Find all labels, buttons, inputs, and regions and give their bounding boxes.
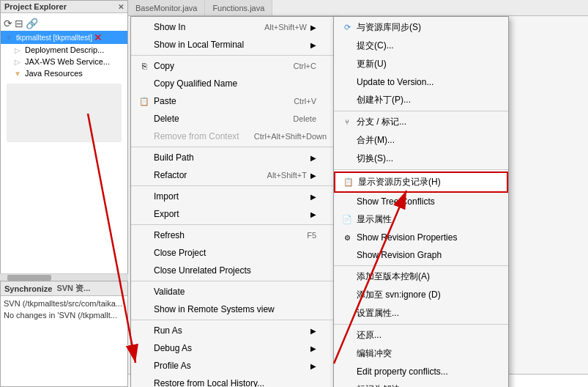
menu-paste[interactable]: 📋 Paste Ctrl+V bbox=[131, 92, 335, 110]
submenu-add-ignore[interactable]: 添加至 svn:ignore (D) bbox=[334, 286, 508, 304]
sync-svn-icon: ⟳ bbox=[341, 22, 353, 34]
mark-resolved-icon bbox=[341, 384, 353, 388]
remote-icon bbox=[138, 303, 150, 315]
separator-3 bbox=[131, 185, 335, 186]
menu-run-as[interactable]: Run As ▶ bbox=[131, 322, 335, 339]
tree-toolbar: ⟳ ⊟ 🔗 bbox=[1, 16, 127, 31]
debug-icon bbox=[138, 342, 150, 354]
sub-sep-2 bbox=[334, 169, 508, 170]
editor-tabs-bar: BaseMonitor.java Functions.java bbox=[128, 0, 588, 16]
copy-qualified-icon bbox=[138, 78, 150, 89]
menu-import[interactable]: Import ▶ bbox=[131, 188, 335, 205]
menu-debug-as[interactable]: Debug As ▶ bbox=[131, 339, 335, 357]
paste-icon: 📋 bbox=[138, 95, 150, 107]
switch-icon bbox=[341, 153, 353, 165]
horizontal-scrollbar[interactable] bbox=[0, 273, 128, 281]
project-icon: ▼ bbox=[4, 32, 14, 43]
submenu-set-props[interactable]: 设置属性... bbox=[334, 304, 508, 322]
sync-line2: No changes in 'SVN (/tkpmallt... bbox=[4, 311, 124, 320]
submenu-commit[interactable]: 提交(C)... bbox=[334, 37, 508, 55]
separator-6 bbox=[131, 320, 335, 320]
close-project-icon bbox=[138, 247, 150, 259]
submenu-add-vc[interactable]: 添加至版本控制(A) bbox=[334, 268, 508, 286]
tree-item-deployment-label: Deployment Descrip... bbox=[25, 45, 104, 54]
submenu-edit-conflicts[interactable]: 编辑冲突 bbox=[334, 344, 508, 363]
add-ignore-icon bbox=[341, 290, 353, 301]
submenu-revision-graph[interactable]: Show Revision Graph bbox=[334, 246, 508, 264]
sync-titlebar: Synchronize SVN 资... bbox=[1, 281, 127, 296]
menu-build-path[interactable]: Build Path ▶ bbox=[131, 149, 335, 166]
submenu-edit-prop-conflicts[interactable]: Edit property conflicts... bbox=[334, 363, 508, 380]
edit-prop-conflicts-icon bbox=[341, 366, 353, 377]
update-icon bbox=[341, 59, 353, 70]
tree-item-project-label: tkpmalltest [tkpmalltest] bbox=[16, 34, 92, 42]
context-menu: Show In Alt+Shift+W ▶ Show in Local Term… bbox=[130, 16, 335, 387]
add-vc-icon bbox=[341, 271, 353, 283]
menu-export[interactable]: Export ▶ bbox=[131, 205, 335, 223]
tree-item-project[interactable]: ▼ tkpmalltest [tkpmalltest] ✕ bbox=[1, 31, 127, 44]
menu-profile-as[interactable]: Profile As ▶ bbox=[131, 357, 335, 375]
separator-4 bbox=[131, 224, 335, 225]
patch-icon bbox=[341, 95, 353, 106]
menu-copy[interactable]: ⎘ Copy Ctrl+C bbox=[131, 57, 335, 75]
edit-conflicts-icon bbox=[341, 348, 353, 360]
menu-close-unrelated[interactable]: Close Unrelated Projects bbox=[131, 262, 335, 279]
tree-item-jaxws[interactable]: ▷ JAX-WS Web Service... bbox=[1, 56, 127, 67]
tree-item-deployment[interactable]: ▷ Deployment Descrip... bbox=[1, 44, 127, 56]
submenu-update[interactable]: 更新(U) bbox=[334, 55, 508, 73]
sync-icon[interactable]: ⟳ bbox=[4, 18, 12, 29]
menu-refactor[interactable]: Refactor Alt+Shift+T ▶ bbox=[131, 166, 335, 184]
sync-panel: Synchronize SVN 资... SVN (/tkpmalltest/s… bbox=[0, 281, 128, 387]
menu-restore-local[interactable]: Restore from Local History... bbox=[131, 375, 335, 387]
scrollbar-thumb[interactable] bbox=[7, 275, 51, 281]
props-icon: 📄 bbox=[341, 214, 353, 226]
submenu-update-version[interactable]: Update to Version... bbox=[334, 73, 508, 91]
deployment-icon: ▷ bbox=[12, 45, 23, 55]
submenu-tree-conflicts[interactable]: Show Tree Conflicts bbox=[334, 193, 508, 210]
submenu-merge[interactable]: 合并(M)... bbox=[334, 131, 508, 150]
menu-copy-qualified[interactable]: Copy Qualified Name bbox=[131, 75, 335, 92]
submenu-create-patch[interactable]: 创建补丁(P)... bbox=[334, 91, 508, 109]
submenu-mark-resolved[interactable]: 标记为解决 bbox=[334, 380, 508, 387]
submenu-show-props[interactable]: 📄 显示属性 bbox=[334, 210, 508, 229]
menu-close-project[interactable]: Close Project bbox=[131, 244, 335, 262]
java-resources-icon: ▼ bbox=[12, 68, 23, 78]
menu-refresh[interactable]: Refresh F5 bbox=[131, 226, 335, 244]
tree-item-java-resources[interactable]: ▼ Java Resources bbox=[1, 67, 127, 79]
submenu-sync[interactable]: ⟳ 与资源库同步(S) bbox=[334, 18, 508, 37]
branch-icon: ⑂ bbox=[341, 117, 353, 128]
tab-basemonitor[interactable]: BaseMonitor.java bbox=[128, 0, 205, 15]
error-badge: ✕ bbox=[94, 32, 103, 43]
tree-blurred-area bbox=[7, 84, 122, 142]
team-submenu: ⟳ 与资源库同步(S) 提交(C)... 更新(U) Update to Ver… bbox=[333, 16, 509, 387]
menu-delete[interactable]: Delete Delete bbox=[131, 110, 335, 128]
validate-icon bbox=[138, 286, 150, 298]
link-icon[interactable]: 🔗 bbox=[26, 18, 38, 29]
project-tree: ⟳ ⊟ 🔗 ▼ tkpmalltest [tkpmalltest] ✕ ▷ De… bbox=[1, 13, 127, 150]
delete-icon bbox=[138, 113, 150, 125]
project-explorer-close[interactable]: ✕ bbox=[118, 3, 124, 11]
tree-item-jaxws-label: JAX-WS Web Service... bbox=[25, 57, 110, 66]
tree-conflicts-icon bbox=[341, 196, 353, 207]
submenu-branch-tag[interactable]: ⑂ 分支 / 标记... bbox=[334, 113, 508, 131]
close-unrelated-icon bbox=[138, 265, 150, 276]
jaxws-icon: ▷ bbox=[12, 56, 23, 67]
sub-sep-4 bbox=[334, 324, 508, 325]
revert-icon bbox=[341, 330, 353, 342]
submenu-revert[interactable]: 还原... bbox=[334, 326, 508, 344]
menu-show-in[interactable]: Show In Alt+Shift+W ▶ bbox=[131, 18, 335, 36]
submenu-show-history[interactable]: 📋 显示资源历史记录(H) bbox=[334, 172, 508, 193]
export-icon bbox=[138, 208, 150, 220]
sub-sep-1 bbox=[334, 111, 508, 111]
svn-tab[interactable]: SVN 资... bbox=[56, 283, 90, 294]
submenu-switch[interactable]: 切换(S)... bbox=[334, 150, 508, 168]
tab-functions[interactable]: Functions.java bbox=[205, 0, 272, 15]
menu-show-remote[interactable]: Show in Remote Systems view bbox=[131, 301, 335, 318]
tree-item-java-resources-label: Java Resources bbox=[25, 69, 83, 78]
submenu-revision-props[interactable]: ⚙ Show Revision Properties bbox=[334, 229, 508, 246]
history-icon: 📋 bbox=[343, 177, 354, 188]
menu-show-local-terminal[interactable]: Show in Local Terminal ▶ bbox=[131, 36, 335, 54]
project-explorer-title: Project Explorer bbox=[4, 2, 67, 11]
collapse-icon[interactable]: ⊟ bbox=[15, 18, 23, 29]
menu-validate[interactable]: Validate bbox=[131, 283, 335, 301]
